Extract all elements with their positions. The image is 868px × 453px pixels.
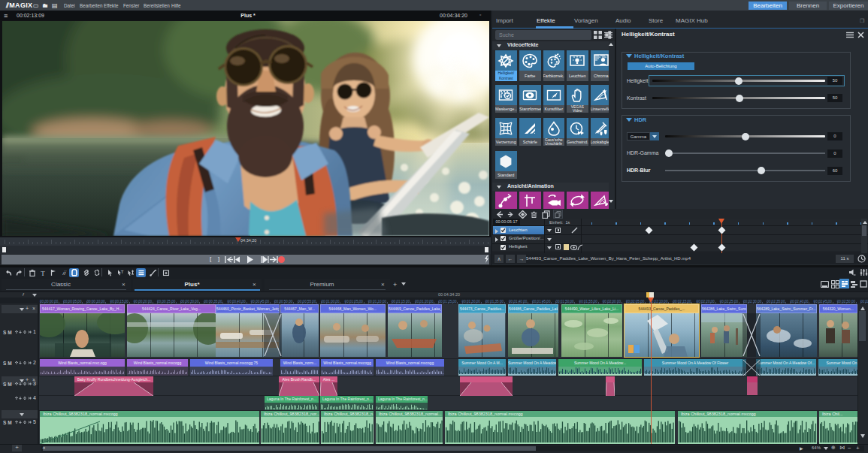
svg-text:T: T — [121, 270, 124, 274]
svg-text:𝑖𝑖: 𝑖𝑖 — [62, 270, 67, 276]
svg-text:T: T — [41, 269, 45, 276]
